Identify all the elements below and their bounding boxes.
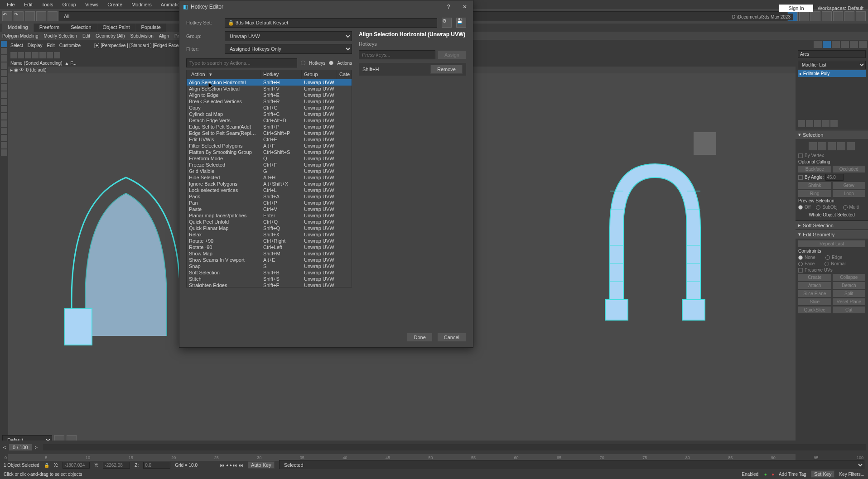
assign-button[interactable]: Assign (438, 50, 466, 59)
attach-btn[interactable]: Attach (798, 282, 831, 289)
subobj-radio[interactable] (816, 205, 820, 210)
key-mode-select[interactable]: Selected (279, 460, 864, 470)
rp-align[interactable]: Align (159, 34, 169, 38)
stack-btn-1-icon[interactable] (798, 120, 805, 127)
vh-display[interactable]: Display (28, 43, 43, 48)
tab-objectpaint[interactable]: Object Paint (97, 24, 135, 32)
tab-modify-icon[interactable] (823, 41, 831, 48)
stack-btn-5-icon[interactable] (830, 120, 838, 127)
scale-icon[interactable] (856, 11, 866, 21)
tree-sort[interactable]: ▲ F... (65, 61, 77, 66)
setkey-btn[interactable]: Set Key (811, 470, 835, 478)
time-prev[interactable]: < (0, 445, 9, 450)
menu-tools[interactable]: Tools (37, 1, 58, 8)
table-row[interactable]: PackShift+AUnwrap UVW (187, 193, 352, 200)
help-button[interactable]: ? (444, 4, 453, 10)
rp-edit[interactable]: Edit (82, 34, 90, 38)
lt-2-icon[interactable] (1, 48, 7, 54)
rotate-icon[interactable] (844, 11, 854, 21)
lt-5-icon[interactable] (1, 70, 7, 76)
table-row[interactable]: Planar map faces/patchesEnterUnwrap UVW (187, 212, 352, 219)
by-angle-check[interactable] (798, 175, 803, 180)
actions-radio[interactable] (329, 61, 333, 65)
workspaces-label[interactable]: Workspaces: Default (818, 5, 863, 11)
se-btn-5-icon[interactable] (39, 52, 46, 58)
rp-subdivision[interactable]: Subdivision (130, 34, 154, 38)
table-row[interactable]: PanCtrl+PUnwrap UVW (187, 200, 352, 206)
menu-edit[interactable]: Edit (19, 1, 37, 8)
modifier-list[interactable]: Modifier List (798, 61, 866, 69)
resetplane-btn[interactable]: Reset Plane (833, 298, 866, 305)
se-btn-7-icon[interactable] (54, 52, 60, 58)
vh-customize[interactable]: Customize (59, 43, 81, 48)
se-btn-6-icon[interactable] (47, 52, 53, 58)
split-btn[interactable]: Split (833, 290, 866, 297)
table-row[interactable]: Detach Edge VertsCtrl+Alt+DUnwrap UVW (187, 117, 352, 124)
se-btn-3-icon[interactable] (25, 52, 31, 58)
tab-freeform[interactable]: Freeform (34, 24, 65, 32)
table-row[interactable]: Grid VisibleGUnwrap UVW (187, 168, 352, 174)
edge-radio[interactable] (825, 255, 830, 260)
table-row[interactable]: Ignore Back PolygonsAlt+Shift+XUnwrap UV… (187, 181, 352, 187)
col-action[interactable]: Action ▾ (187, 70, 261, 79)
table-row[interactable]: Straighten EdgesShift+FUnwrap UVW (187, 282, 352, 287)
table-row[interactable]: Show Seams In ViewportAlt+EUnwrap UVW (187, 257, 352, 263)
modifier-editable-poly[interactable]: ▸ Editable Poly (798, 70, 866, 77)
table-row[interactable]: SnapSUnwrap UVW (187, 263, 352, 269)
lt-6-icon[interactable] (1, 77, 7, 83)
table-row[interactable]: RelaxShift+XUnwrap UVW (187, 231, 352, 238)
se-btn-2-icon[interactable] (18, 52, 24, 58)
lt-14-icon[interactable] (1, 135, 7, 141)
rp-polymodeling[interactable]: Polygon Modeling (2, 34, 39, 38)
table-row[interactable]: Quick Planar MapShift+QUnwrap UVW (187, 225, 352, 231)
by-vertex-check[interactable] (798, 153, 803, 158)
stack-btn-3-icon[interactable] (814, 120, 821, 127)
table-row[interactable]: Lock selected verticesCtrl+LUnwrap UVW (187, 187, 352, 193)
quickslice-btn[interactable]: QuickSlice (798, 307, 831, 313)
collapse-btn[interactable]: Collapse (833, 274, 866, 281)
time-next[interactable]: > (32, 445, 41, 450)
sliceplane-btn[interactable]: Slice Plane (798, 290, 831, 297)
sel-polygon-icon[interactable] (837, 142, 845, 150)
rollout-selection[interactable]: ▾ Selection (796, 130, 868, 139)
slice-btn[interactable]: Slice (798, 298, 831, 305)
col-cat[interactable]: Cate (337, 70, 352, 79)
z-input[interactable] (143, 462, 170, 469)
grow-btn[interactable]: Grow (833, 182, 866, 189)
cut-btn[interactable]: Cut (833, 307, 866, 313)
lt-10-icon[interactable] (1, 106, 7, 112)
stack-btn-4-icon[interactable] (822, 120, 829, 127)
lt-7-icon[interactable] (1, 84, 7, 91)
hotkeyset-settings-icon[interactable]: ⚙ (442, 18, 452, 28)
table-row[interactable]: Rotate +90Ctrl+RightUnwrap UVW (187, 238, 352, 244)
col-hotkey[interactable]: Hotkey (261, 70, 302, 79)
menu-modifiers[interactable]: Modifiers (127, 1, 156, 8)
lt-12-icon[interactable] (1, 120, 7, 127)
redo-icon[interactable]: ↷ (14, 11, 24, 21)
table-row[interactable]: Rotate -90Ctrl+LeftUnwrap UVW (187, 244, 352, 250)
sel-border-icon[interactable] (828, 142, 836, 150)
vh-select[interactable]: Select (10, 43, 23, 48)
bind-icon[interactable] (48, 11, 58, 21)
lt-3-icon[interactable] (1, 55, 7, 62)
table-row[interactable]: Filter Selected PolygonsAlt+FUnwrap UVW (187, 143, 352, 149)
occluded-btn[interactable]: Occluded (833, 166, 866, 172)
close-button[interactable]: ✕ (460, 4, 469, 10)
angle-input[interactable] (825, 174, 844, 181)
multi-radio[interactable] (843, 205, 848, 210)
tab-populate[interactable]: Populate (135, 24, 166, 32)
detach-btn[interactable]: Detach (833, 282, 866, 289)
none-radio[interactable] (798, 255, 803, 260)
project-path[interactable]: D:\Documents\3ds Max 2023 (729, 14, 793, 20)
stack-btn-2-icon[interactable] (806, 120, 813, 127)
table-row[interactable]: Break Selected VerticesShift+RUnwrap UVW (187, 98, 352, 105)
table-row[interactable]: Flatten By Smoothing GroupCtrl+Shift+SUn… (187, 149, 352, 155)
time-slider[interactable] (43, 444, 866, 450)
normal-radio[interactable] (825, 262, 829, 266)
table-row[interactable]: Cylindrical MapShift+CUnwrap UVW (187, 111, 352, 117)
filter-select[interactable]: Assigned Hotkeys Only (225, 44, 352, 54)
done-button[interactable]: Done (407, 333, 432, 342)
x-input[interactable] (63, 462, 90, 469)
table-row[interactable]: PasteCtrl+VUnwrap UVW (187, 206, 352, 212)
lt-4-icon[interactable] (1, 62, 7, 69)
